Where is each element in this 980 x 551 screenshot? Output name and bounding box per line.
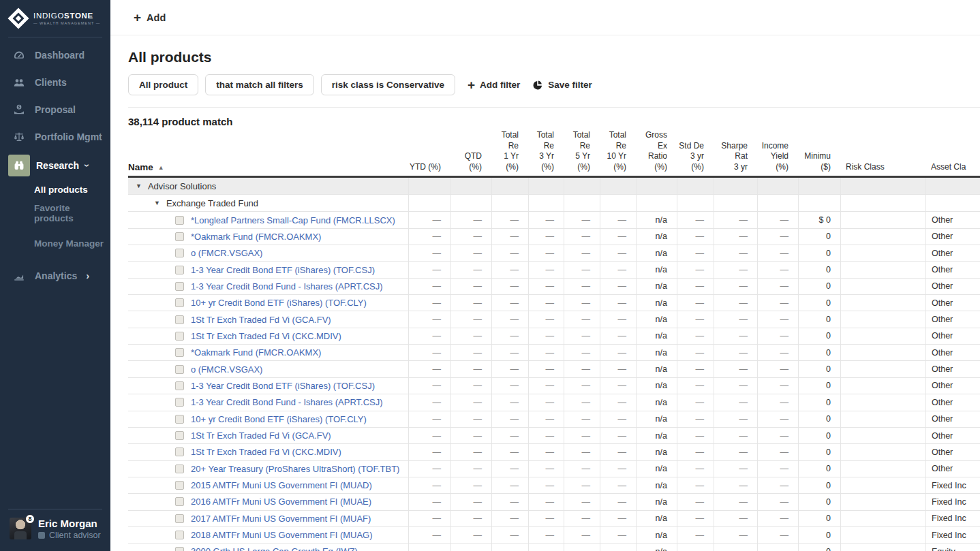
table-cell: 0 bbox=[798, 527, 840, 543]
row-checkbox[interactable] bbox=[175, 547, 184, 551]
table-cell: — bbox=[600, 477, 636, 493]
row-checkbox[interactable] bbox=[175, 282, 184, 291]
sidebar-item-clients[interactable]: Clients bbox=[0, 69, 110, 96]
sidebar-item-proposal[interactable]: Proposal bbox=[0, 96, 110, 123]
column-header[interactable]: Risk Class bbox=[840, 162, 925, 173]
group-row[interactable]: ▼Exchange Traded Fund bbox=[128, 195, 980, 212]
fund-link[interactable]: 3000 Grth US Large Cap Growth Eq (IWZ) bbox=[191, 546, 358, 551]
column-header[interactable]: IncomeYield (%) bbox=[757, 141, 798, 173]
filter-chip[interactable]: All product bbox=[128, 74, 198, 95]
fund-link[interactable]: 2017 AMTFr Muni US Government FI (MUAF) bbox=[191, 514, 371, 524]
row-checkbox[interactable] bbox=[175, 216, 184, 225]
fund-link[interactable]: 2016 AMTFr Muni US Government FI (MUAE) bbox=[191, 497, 371, 507]
table-cell: — bbox=[408, 394, 450, 410]
save-filter-button[interactable]: Save filter bbox=[532, 80, 592, 91]
fund-link[interactable]: *Oakmark Fund (FMCR.OAKMX) bbox=[191, 232, 321, 242]
sidebar-item-all-products[interactable]: All products bbox=[34, 180, 110, 199]
column-header[interactable]: Total Re1 Yr (%) bbox=[491, 130, 528, 172]
row-checkbox[interactable] bbox=[175, 332, 184, 341]
fund-link[interactable]: 1St Tr Exch Traded Fd Vi (GCA.FV) bbox=[191, 430, 331, 441]
table-cell: — bbox=[564, 279, 600, 294]
table-row: 1-3 Year Credit Bond Fund - Ishares (APR… bbox=[128, 279, 980, 295]
table-cell: Other bbox=[925, 295, 980, 311]
fund-link[interactable]: 1-3 Year Credit Bond ETF (iShares) (TOF.… bbox=[191, 381, 375, 391]
row-checkbox[interactable] bbox=[175, 348, 184, 357]
fund-link[interactable]: 20+ Year Treasury (ProShares UltraShort)… bbox=[191, 464, 399, 474]
column-header[interactable]: QTD (%) bbox=[450, 151, 491, 172]
row-checkbox[interactable] bbox=[175, 415, 184, 424]
row-checkbox[interactable] bbox=[175, 266, 184, 274]
fund-link[interactable]: 1-3 Year Credit Bond Fund - Ishares (APR… bbox=[191, 397, 383, 407]
column-header[interactable]: Total Re5 Yr (%) bbox=[564, 130, 600, 172]
filter-chip[interactable]: risk class is Conservative bbox=[321, 74, 455, 95]
row-checkbox[interactable] bbox=[175, 381, 184, 390]
table-cell: Fixed Inc bbox=[925, 527, 980, 543]
fund-link[interactable]: 1-3 Year Credit Bond Fund - Ishares (APR… bbox=[191, 281, 383, 292]
row-checkbox[interactable] bbox=[175, 431, 184, 440]
page-title: All products bbox=[128, 49, 980, 65]
fund-link[interactable]: o (FMCR.VSGAX) bbox=[191, 364, 262, 375]
table-cell: — bbox=[528, 328, 564, 344]
table-cell: — bbox=[450, 461, 491, 477]
row-checkbox[interactable] bbox=[175, 315, 184, 324]
fund-link[interactable]: *Longleaf Partners Small-Cap Fund (FMCR.… bbox=[191, 215, 395, 225]
filter-chips: All productthat match all filtersrisk cl… bbox=[128, 74, 455, 95]
fund-link[interactable]: 1-3 Year Credit Bond ETF (iShares) (TOF.… bbox=[191, 265, 375, 275]
table-cell: — bbox=[408, 311, 450, 327]
fund-link[interactable]: 2015 AMTFr Muni US Government FI (MUAD) bbox=[191, 480, 372, 490]
row-checkbox[interactable] bbox=[175, 514, 184, 523]
column-header[interactable]: YTD (%) bbox=[408, 162, 450, 173]
add-button[interactable]: + Add bbox=[134, 12, 166, 23]
column-header[interactable]: Total Re3 Yr (%) bbox=[528, 130, 564, 172]
sidebar-item-money-manager[interactable]: Money Manager bbox=[34, 234, 110, 253]
table-cell: — bbox=[564, 229, 600, 245]
table-row: 2018 AMTFr Muni US Government FI (MUAG)—… bbox=[128, 527, 980, 544]
row-checkbox[interactable] bbox=[175, 232, 184, 241]
column-header-name[interactable]: Name ▲ bbox=[128, 162, 408, 172]
group-row[interactable]: ▼Advisor Solutions bbox=[128, 178, 980, 195]
column-header[interactable]: Sharpe Rat3 yr bbox=[714, 141, 757, 173]
row-checkbox[interactable] bbox=[175, 249, 184, 257]
fund-link[interactable]: 1St Tr Exch Traded Fd Vi (GCA.FV) bbox=[191, 315, 331, 325]
row-checkbox[interactable] bbox=[175, 398, 184, 407]
table-cell bbox=[757, 195, 798, 211]
add-filter-button[interactable]: + Add filter bbox=[468, 80, 520, 90]
sidebar-item-analytics[interactable]: Analytics› bbox=[0, 262, 110, 289]
column-header[interactable]: Asset Cla bbox=[925, 162, 980, 173]
fund-link[interactable]: 1St Tr Exch Traded Fd Vi (CKC.MDIV) bbox=[191, 331, 341, 341]
sidebar-item-portfolio-mgmt[interactable]: Portfolio Mgmt bbox=[0, 123, 110, 151]
collapse-triangle-icon[interactable]: ▼ bbox=[154, 200, 160, 206]
sidebar-item-dashboard[interactable]: Dashboard bbox=[0, 42, 110, 69]
table-cell: 0 bbox=[798, 477, 840, 493]
column-header[interactable]: Gross ExRatio (%) bbox=[636, 130, 677, 172]
sidebar-item-research[interactable]: Research› bbox=[0, 151, 110, 180]
collapse-triangle-icon[interactable]: ▼ bbox=[136, 183, 142, 189]
table-cell bbox=[564, 195, 600, 211]
fund-link[interactable]: o (FMCR.VSGAX) bbox=[191, 248, 262, 258]
row-checkbox[interactable] bbox=[175, 531, 184, 539]
table-cell: — bbox=[528, 444, 564, 460]
table-cell: n/a bbox=[636, 444, 677, 460]
row-checkbox[interactable] bbox=[175, 465, 184, 473]
row-checkbox[interactable] bbox=[175, 497, 184, 506]
fund-link[interactable]: 1St Tr Exch Traded Fd Vi (CKC.MDIV) bbox=[191, 447, 341, 457]
sidebar-item-favorite-products[interactable]: Favorite products bbox=[34, 199, 110, 227]
fund-link[interactable]: *Oakmark Fund (FMCR.OAKMX) bbox=[191, 347, 321, 358]
fund-link[interactable]: 2018 AMTFr Muni US Government FI (MUAG) bbox=[191, 530, 373, 540]
row-checkbox[interactable] bbox=[175, 298, 184, 307]
table-header-columns: YTD (%)QTD (%)Total Re1 Yr (%)Total Re3 … bbox=[408, 130, 980, 172]
fund-link[interactable]: 10+ yr Credit Bond ETF (iShares) (TOF.CL… bbox=[191, 298, 367, 308]
fund-link[interactable]: 10+ yr Credit Bond ETF (iShares) (TOF.CL… bbox=[191, 414, 367, 424]
row-checkbox[interactable] bbox=[175, 481, 184, 490]
user-role: Client advisor bbox=[38, 531, 101, 540]
table-cell: — bbox=[600, 295, 636, 311]
user-card[interactable]: 8 Eric Morgan Client advisor bbox=[8, 509, 102, 551]
column-header[interactable]: Minimu($) bbox=[798, 151, 840, 172]
row-checkbox[interactable] bbox=[175, 447, 184, 456]
filter-chip[interactable]: that match all filters bbox=[205, 74, 314, 95]
row-checkbox[interactable] bbox=[175, 365, 184, 374]
table-cell: — bbox=[564, 461, 600, 477]
column-header[interactable]: Std De3 yr (%) bbox=[677, 141, 714, 173]
column-header[interactable]: Total Re10 Yr (%) bbox=[600, 130, 636, 172]
table-cell: — bbox=[408, 428, 450, 443]
